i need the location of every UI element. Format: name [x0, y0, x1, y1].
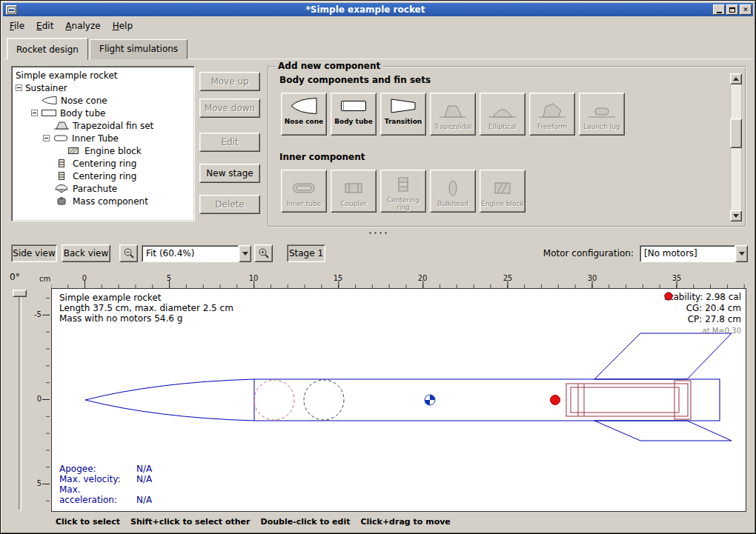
scroll-down-button[interactable]: [730, 210, 742, 221]
max-velocity-label: Max. velocity:: [59, 474, 136, 484]
add-body-tube-button[interactable]: Body tube: [331, 93, 377, 136]
motor-configuration-label: Motor configuration:: [543, 248, 634, 258]
collapse-icon[interactable]: [16, 84, 22, 91]
back-view-button[interactable]: Back view: [62, 244, 110, 262]
parachute-dashed-outline[interactable]: [254, 380, 294, 420]
app-window: *Simple example rocket ✕ File Edit Analy…: [0, 0, 756, 534]
engine-block-icon: [65, 146, 82, 156]
component-label: Bulkhead: [437, 200, 468, 207]
side-view-button[interactable]: Side view: [11, 244, 57, 262]
tree-item-label: Centering ring: [73, 171, 136, 181]
apogee-label: Apogee:: [59, 464, 136, 474]
rocket-canvas[interactable]: Simple example rocket Length 37.5 cm, ma…: [51, 288, 746, 512]
close-icon: ✕: [743, 7, 749, 13]
upper-fin-outline[interactable]: [594, 333, 732, 379]
scroll-up-button[interactable]: [730, 73, 742, 84]
add-nose-cone-button[interactable]: Nose cone: [281, 93, 327, 136]
stability-block: Stability: 2.98 cal CG: 20.4 cm CP: 27.8…: [664, 292, 741, 336]
collapse-icon[interactable]: [31, 110, 38, 116]
add-elliptical-fin-button[interactable]: Elliptical: [480, 93, 525, 136]
edit-button[interactable]: Edit: [199, 133, 260, 152]
motor-dropdown-button[interactable]: [735, 245, 748, 262]
component-label: Freeform: [537, 123, 567, 130]
zoom-level-value: Fit (60.4%): [142, 245, 239, 262]
add-launch-lug-button[interactable]: Launch lug: [579, 93, 625, 136]
move-down-button[interactable]: Move down: [199, 99, 260, 118]
component-scrollbar[interactable]: [730, 73, 742, 221]
tree-item-inner-tube[interactable]: Inner Tube: [12, 132, 194, 144]
rocket-name: Simple example rocket: [59, 293, 233, 303]
zoom-dropdown-button[interactable]: [239, 245, 251, 262]
motor-configuration-select[interactable]: [No motors]: [640, 245, 748, 262]
mass-component-dashed-outline[interactable]: [304, 380, 344, 420]
tree-item-body-tube[interactable]: Body tube: [12, 107, 194, 119]
tree-item-label: Nose cone: [61, 96, 107, 106]
tree-item-rocket[interactable]: Simple example rocket: [12, 69, 194, 81]
component-label: Transition: [385, 118, 422, 125]
tree-item-parachute[interactable]: Parachute: [12, 182, 194, 195]
add-centering-ring-button[interactable]: Centering ring: [380, 170, 426, 213]
tree-item-sustainer[interactable]: Sustainer: [12, 81, 194, 94]
status-bar: Click to select Shift+click to select ot…: [1, 517, 755, 527]
tab-flight-simulations[interactable]: Flight simulations: [90, 39, 188, 59]
nose-cone-outline[interactable]: [85, 379, 254, 421]
body-tube-outline[interactable]: [254, 379, 720, 421]
collapse-icon[interactable]: [43, 135, 50, 141]
component-label: Trapezoidal: [434, 123, 471, 130]
tree-item-mass-component[interactable]: Mass component: [12, 195, 194, 207]
tree-item-centering-ring-2[interactable]: Centering ring: [12, 170, 194, 182]
menu-analyze[interactable]: Analyze: [59, 19, 106, 33]
divider-grip-icon: [368, 232, 388, 234]
stage-1-toggle[interactable]: Stage 1: [287, 244, 325, 262]
nose-cone-icon: [289, 96, 319, 116]
rotation-slider-handle[interactable]: [13, 290, 27, 297]
zoom-in-button[interactable]: [254, 244, 273, 262]
motor-tube-outline[interactable]: [571, 387, 679, 413]
tab-rocket-design[interactable]: Rocket design: [7, 38, 88, 60]
component-label: Body tube: [334, 118, 373, 125]
tree-item-trapezoidal-fin-set[interactable]: Trapezoidal fin set: [12, 119, 194, 132]
add-freeform-fin-button[interactable]: Freeform: [529, 93, 575, 136]
add-coupler-button[interactable]: Coupler: [331, 170, 377, 213]
menu-edit[interactable]: Edit: [30, 19, 59, 33]
delete-button[interactable]: Delete: [199, 195, 260, 214]
lower-fin-outline[interactable]: [594, 421, 732, 441]
split-divider[interactable]: [1, 229, 755, 236]
zoom-level-select[interactable]: Fit (60.4%): [142, 245, 251, 262]
apogee-value: N/A: [136, 464, 152, 474]
ruler-tick-label: 0: [37, 395, 42, 403]
add-engine-block-button[interactable]: Engine block: [480, 170, 525, 213]
transition-icon: [388, 96, 418, 116]
parachute-icon: [53, 184, 70, 193]
menu-help[interactable]: Help: [107, 19, 139, 33]
window-menu-icon[interactable]: [6, 5, 17, 15]
add-inner-tube-button[interactable]: Inner tube: [281, 170, 327, 213]
maximize-button[interactable]: [726, 4, 738, 15]
rotation-slider-track[interactable]: [19, 291, 21, 510]
cg-quadrant: [425, 400, 430, 405]
inner-component-label: Inner component: [279, 152, 365, 162]
move-up-button[interactable]: Move up: [199, 72, 260, 91]
add-transition-button[interactable]: Transition: [380, 93, 426, 136]
menu-file[interactable]: File: [4, 19, 30, 33]
new-stage-button[interactable]: New stage: [199, 164, 260, 183]
maximize-icon: [729, 7, 735, 13]
engine-block-outline[interactable]: [674, 381, 691, 419]
tree-item-engine-block[interactable]: Engine block: [12, 144, 194, 157]
engine-block-icon: [488, 178, 517, 198]
rocket-mass: Mass with no motors 54.6 g: [59, 313, 233, 324]
add-bulkhead-button[interactable]: Bulkhead: [430, 170, 476, 213]
minimize-button[interactable]: [713, 4, 725, 15]
scrollbar-thumb[interactable]: [730, 119, 742, 148]
tab-bar: Rocket design Flight simulations: [7, 36, 189, 59]
add-trapezoidal-fin-button[interactable]: Trapezoidal: [430, 93, 476, 136]
elliptical-fin-icon: [488, 101, 517, 121]
ruler-tick-label: -5: [34, 310, 42, 318]
window-title: *Simple example rocket: [19, 3, 712, 16]
inner-tube-outline[interactable]: [566, 384, 688, 416]
tree-item-centering-ring-1[interactable]: Centering ring: [12, 157, 194, 170]
close-button[interactable]: ✕: [740, 4, 752, 15]
zoom-out-button[interactable]: [119, 244, 138, 262]
tree-item-nose-cone[interactable]: Nose cone: [12, 94, 194, 107]
rotation-angle-label: 0°: [10, 272, 20, 282]
